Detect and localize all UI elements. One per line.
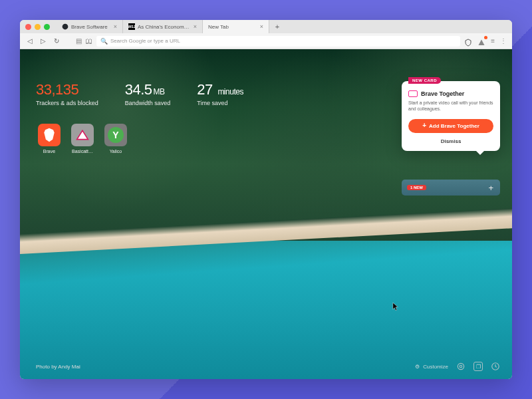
stat-label: Trackers & ads blocked xyxy=(36,100,98,106)
maximize-window-button[interactable] xyxy=(44,24,50,30)
video-call-icon xyxy=(408,90,418,97)
stat-trackers: 33,135 Trackers & ads blocked xyxy=(36,81,98,106)
customize-label: Customize xyxy=(423,364,448,370)
titlebar: Brave Software × WSJ As China's Economy … xyxy=(20,20,512,33)
tab-label: Brave Software xyxy=(71,24,111,30)
new-card-popover: NEW CARD Brave Together Start a private … xyxy=(402,81,500,151)
sidebar-toggle-icon[interactable]: ▤ xyxy=(76,37,82,45)
stat-value: 27 minutes xyxy=(197,81,243,98)
photo-credit[interactable]: Photo by Andy Mai xyxy=(36,364,80,370)
topsite-label: Basicatt… xyxy=(72,149,93,154)
tab-strip: Brave Software × WSJ As China's Economy … xyxy=(57,20,507,33)
shields-icon[interactable] xyxy=(464,37,472,45)
bookmark-icon[interactable]: ❐ xyxy=(473,362,483,371)
wsj-icon: WSJ xyxy=(128,23,135,30)
plus-icon: + xyxy=(488,183,493,193)
stat-label: Time saved xyxy=(197,100,243,106)
card-title: Brave Together xyxy=(421,90,464,97)
stat-label: Bandwidth saved xyxy=(125,100,171,106)
sliders-icon: ⚙ xyxy=(415,364,420,370)
tab-label: New Tab xyxy=(208,24,257,30)
window-controls xyxy=(25,24,50,30)
menu-icon[interactable]: ⋮ xyxy=(500,37,507,45)
svg-point-4 xyxy=(460,365,462,368)
reload-button[interactable]: ↻ xyxy=(52,37,61,46)
settings-bars-icon[interactable]: ≡ xyxy=(491,37,495,45)
brave-icon xyxy=(38,124,61,146)
topsite-bat[interactable]: Basicatt… xyxy=(69,124,96,154)
new-tab-page: 33,135 Trackers & ads blocked 34.5MB Ban… xyxy=(20,49,512,379)
minimize-window-button[interactable] xyxy=(35,24,41,30)
back-button[interactable]: ◁ xyxy=(25,37,35,46)
close-icon[interactable]: × xyxy=(260,23,263,30)
svg-point-0 xyxy=(63,24,68,30)
rewards-icon[interactable] xyxy=(477,37,485,45)
gear-icon[interactable] xyxy=(456,362,466,371)
customize-button[interactable]: ⚙ Customize xyxy=(415,364,448,370)
stat-time: 27 minutes Time saved xyxy=(197,81,243,106)
add-button-label: Add Brave Together xyxy=(429,123,479,129)
topsite-label: Brave xyxy=(43,149,55,154)
svg-marker-1 xyxy=(479,39,485,45)
tab-github[interactable]: Brave Software × xyxy=(57,20,123,33)
card-description: Start a private video call with your fri… xyxy=(408,100,493,112)
url-bar[interactable]: 🔍 Search Google or type a URL xyxy=(96,36,460,47)
tab-newtab[interactable]: New Tab × xyxy=(203,20,269,33)
search-icon: 🔍 xyxy=(100,38,108,45)
stats-row: 33,135 Trackers & ads blocked 34.5MB Ban… xyxy=(36,81,243,106)
topsite-y[interactable]: Y Yalico xyxy=(102,124,129,154)
cards-widget-bar[interactable]: 1 NEW + xyxy=(402,180,500,196)
dismiss-button[interactable]: Dismiss xyxy=(408,138,493,144)
url-placeholder: Search Google or type a URL xyxy=(110,38,180,44)
toolbar: ◁ ▷ ↻ ▤ 🕮 🔍 Search Google or type a URL … xyxy=(20,33,512,49)
y-icon: Y xyxy=(104,124,127,146)
new-tab-button[interactable]: + xyxy=(272,21,283,32)
svg-point-3 xyxy=(458,363,464,369)
svg-marker-2 xyxy=(77,130,88,139)
top-sites: Brave Basicatt… Y Yalico xyxy=(36,124,129,154)
topsite-label: Yalico xyxy=(110,149,122,154)
new-badge: 1 NEW xyxy=(407,185,426,190)
github-icon xyxy=(62,23,68,30)
new-card-tag: NEW CARD xyxy=(408,77,441,84)
notification-badge xyxy=(484,36,487,39)
stat-value: 34.5MB xyxy=(125,81,171,98)
reader-mode-icon[interactable]: 🕮 xyxy=(86,37,92,45)
tab-article[interactable]: WSJ As China's Economy Suffers, Xi Fi… × xyxy=(123,20,203,33)
mouse-cursor xyxy=(392,302,399,311)
stat-bandwidth: 34.5MB Bandwidth saved xyxy=(125,81,171,106)
forward-button[interactable]: ▷ xyxy=(39,37,48,46)
close-icon[interactable]: × xyxy=(194,23,197,30)
bottom-actions: ⚙ Customize ❐ xyxy=(415,362,500,371)
add-brave-together-button[interactable]: + Add Brave Together xyxy=(408,119,493,133)
browser-window: Brave Software × WSJ As China's Economy … xyxy=(20,20,512,379)
history-icon[interactable] xyxy=(491,362,500,371)
topsite-brave[interactable]: Brave xyxy=(36,124,63,154)
bat-icon xyxy=(71,124,94,146)
close-icon[interactable]: × xyxy=(114,23,117,30)
close-window-button[interactable] xyxy=(25,24,31,30)
tab-label: As China's Economy Suffers, Xi Fi… xyxy=(138,24,191,30)
stat-value: 33,135 xyxy=(36,81,98,98)
